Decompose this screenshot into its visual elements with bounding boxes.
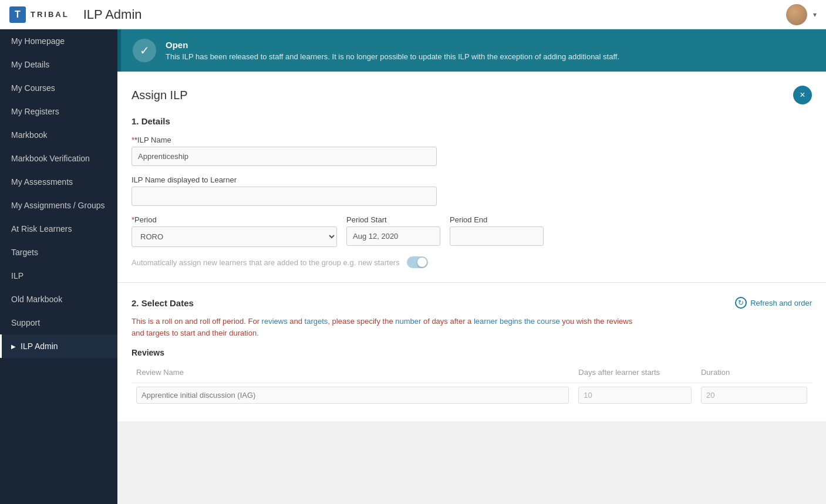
auto-assign-label: Automatically assign new learners that a… xyxy=(132,258,400,267)
user-dropdown-arrow[interactable]: ▾ xyxy=(813,11,817,19)
step2-title: 2. Select Dates xyxy=(132,298,194,308)
app-title: ILP Admin xyxy=(83,7,786,22)
assign-ilp-section: Assign ILP × 1. Details **ILP Name ILP N… xyxy=(117,72,826,283)
main-content: ✓ Open This ILP has been released to sta… xyxy=(117,29,826,504)
refresh-order-button[interactable]: ↻ Refresh and order xyxy=(735,297,812,309)
sidebar-item-label: Markbook xyxy=(11,130,47,140)
period-start-input[interactable] xyxy=(346,226,440,246)
review-row-1 xyxy=(132,383,812,408)
sidebar-item-at-risk-learners[interactable]: At Risk Learners xyxy=(0,217,117,241)
section-header: Assign ILP × xyxy=(132,86,812,104)
ilp-name-group: **ILP Name xyxy=(132,136,812,166)
sidebar-item-label: ILP Admin xyxy=(21,341,58,351)
assign-ilp-title: Assign ILP xyxy=(132,89,188,102)
review-days-cell xyxy=(574,383,696,408)
ilp-name-display-label: ILP Name displayed to Learner xyxy=(132,175,812,184)
period-label: *Period xyxy=(132,215,337,224)
toggle-thumb xyxy=(417,258,427,267)
sidebar-item-label: My Courses xyxy=(11,83,55,93)
sidebar-item-label: My Assignments / Groups xyxy=(11,201,105,210)
roro-note: This is a roll on and roll off period. F… xyxy=(132,316,812,339)
reviews-table: Review Name Days after learner starts Du… xyxy=(132,364,812,407)
sidebar-item-label: My Details xyxy=(11,60,49,69)
section2-header: 2. Select Dates ↻ Refresh and order xyxy=(132,297,812,309)
status-title: Open xyxy=(166,40,619,50)
sidebar-item-label: Old Markbook xyxy=(11,295,62,304)
sidebar-item-my-details[interactable]: My Details xyxy=(0,53,117,76)
sidebar-item-markbook[interactable]: Markbook xyxy=(0,123,117,147)
sidebar-item-ilp[interactable]: ILP xyxy=(0,264,117,287)
review-name-cell xyxy=(132,383,574,408)
main-layout: My Homepage My Details My Courses My Reg… xyxy=(0,29,826,504)
sidebar-item-my-assessments[interactable]: My Assessments xyxy=(0,170,117,194)
auto-assign-toggle-row: Automatically assign new learners that a… xyxy=(132,256,812,268)
period-group: *Period RORO xyxy=(132,215,337,247)
review-days-input[interactable] xyxy=(578,387,692,404)
active-arrow-icon: ▶ xyxy=(11,343,16,350)
period-select[interactable]: RORO xyxy=(132,226,337,247)
refresh-icon: ↻ xyxy=(735,297,747,309)
logo-box: T xyxy=(9,6,26,23)
period-row: *Period RORO Period Start Period End xyxy=(132,215,812,247)
period-end-group: Period End xyxy=(450,215,544,247)
sidebar-item-label: Targets xyxy=(11,248,38,257)
status-check-icon: ✓ xyxy=(133,39,156,62)
ilp-name-label: **ILP Name xyxy=(132,136,812,144)
reviews-link-text: reviews xyxy=(262,317,288,326)
status-bar: ✓ Open This ILP has been released to sta… xyxy=(117,29,826,72)
sidebar-item-label: Support xyxy=(11,318,40,327)
auto-assign-toggle[interactable] xyxy=(407,256,428,268)
sidebar-item-label: My Assessments xyxy=(11,177,73,187)
sidebar-item-my-courses[interactable]: My Courses xyxy=(0,76,117,100)
sidebar-item-label: Markbook Verification xyxy=(11,154,90,163)
review-name-input[interactable] xyxy=(136,387,569,404)
sidebar-item-old-markbook[interactable]: Old Markbook xyxy=(0,287,117,311)
sidebar-item-markbook-verification[interactable]: Markbook Verification xyxy=(0,147,117,170)
status-content: Open This ILP has been released to staff… xyxy=(166,40,619,61)
sidebar-item-my-assignments-groups[interactable]: My Assignments / Groups xyxy=(0,194,117,217)
learner-link-text: learner begins the course xyxy=(474,317,560,326)
sidebar-item-support[interactable]: Support xyxy=(0,311,117,334)
sidebar-item-label: ILP xyxy=(11,271,23,280)
user-area[interactable]: ▾ xyxy=(786,4,817,25)
ilp-name-display-input[interactable] xyxy=(132,187,437,206)
avatar[interactable] xyxy=(786,4,807,25)
logo-letter: T xyxy=(15,9,21,20)
logo: T TRIBAL xyxy=(9,6,69,23)
reviews-title: Reviews xyxy=(132,348,812,357)
avatar-image xyxy=(786,4,807,25)
col-header-review-name: Review Name xyxy=(132,364,574,383)
ilp-name-input[interactable] xyxy=(132,147,437,166)
period-start-label: Period Start xyxy=(346,215,440,224)
select-dates-section: 2. Select Dates ↻ Refresh and order This… xyxy=(117,283,826,421)
sidebar: My Homepage My Details My Courses My Reg… xyxy=(0,29,117,504)
header: T TRIBAL ILP Admin ▾ xyxy=(0,0,826,29)
period-end-input[interactable] xyxy=(450,226,544,246)
step1-title: 1. Details xyxy=(132,116,812,126)
sidebar-item-ilp-admin[interactable]: ▶ ILP Admin xyxy=(0,334,117,358)
close-button[interactable]: × xyxy=(793,86,812,104)
status-description: This ILP has been released to staff and … xyxy=(166,52,619,61)
sidebar-item-label: My Homepage xyxy=(11,36,65,46)
ilp-name-display-group: ILP Name displayed to Learner xyxy=(132,175,812,206)
review-duration-cell xyxy=(696,383,812,408)
checkmark-icon: ✓ xyxy=(140,43,150,57)
review-duration-input[interactable] xyxy=(701,387,807,404)
number-link-text: number xyxy=(395,317,421,326)
col-header-duration: Duration xyxy=(696,364,812,383)
period-start-group: Period Start xyxy=(346,215,440,247)
sidebar-item-label: My Registers xyxy=(11,107,59,116)
sidebar-item-my-homepage[interactable]: My Homepage xyxy=(0,29,117,53)
reviews-section: Reviews Review Name Days after learner s… xyxy=(132,348,812,407)
col-header-days-after: Days after learner starts xyxy=(574,364,696,383)
sidebar-item-targets[interactable]: Targets xyxy=(0,241,117,264)
refresh-label: Refresh and order xyxy=(750,299,812,307)
logo-text: TRIBAL xyxy=(31,10,69,19)
sidebar-item-my-registers[interactable]: My Registers xyxy=(0,100,117,123)
targets-link-text: targets xyxy=(305,317,328,326)
period-end-label: Period End xyxy=(450,215,544,224)
sidebar-item-label: At Risk Learners xyxy=(11,224,72,234)
